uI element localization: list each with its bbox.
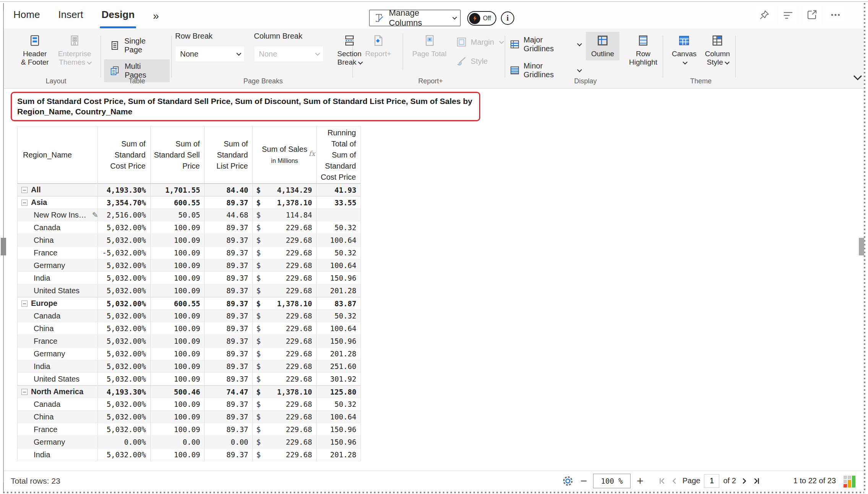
table-row[interactable]: China5,032.00%100.0989.37$229.68100.64 — [18, 411, 361, 423]
cell-sales[interactable]: $229.68 — [253, 272, 317, 284]
resize-handle-left[interactable] — [1, 238, 6, 255]
outline-button[interactable]: Outline — [586, 32, 619, 60]
table-row[interactable]: India5,032.00%100.0989.37$229.68150.96 — [18, 272, 361, 284]
cell-region-name[interactable]: United States — [18, 373, 98, 385]
cell-running-total[interactable]: 150.96 — [317, 436, 361, 448]
cell-running-total[interactable]: 201.28 — [317, 348, 361, 360]
manage-columns-button[interactable]: Manage Columns — [369, 10, 461, 26]
table-row[interactable]: Germany5,032.00%100.0989.37$229.68100.64 — [18, 259, 361, 272]
info-icon[interactable]: i — [501, 11, 514, 25]
table-row[interactable]: North America4,193.30%500.4674.47$1,378.… — [18, 385, 361, 398]
cell-region-name[interactable]: Canada — [18, 221, 98, 234]
enterprise-themes-button[interactable]: Enterprise Themes — [55, 32, 94, 69]
tab-overflow-chevrons[interactable]: » — [153, 10, 158, 22]
cell-sell[interactable]: 100.09 — [151, 448, 205, 461]
cell-running-total[interactable]: 83.87 — [317, 297, 361, 309]
cell-sell[interactable]: 100.09 — [151, 335, 205, 347]
collapse-toggle-icon[interactable] — [21, 389, 28, 395]
table-row[interactable]: Canada5,032.00%100.0989.37$229.6850.32 — [18, 221, 361, 234]
cell-running-total[interactable]: 150.96 — [317, 335, 361, 347]
cell-cost[interactable]: 4,193.30% — [98, 184, 151, 196]
cell-sales[interactable]: $1,378.10 — [253, 197, 317, 208]
canvas-button[interactable]: Canvas — [669, 32, 699, 69]
cell-running-total[interactable]: 150.96 — [317, 272, 361, 284]
settings-gear-icon[interactable] — [561, 474, 574, 487]
cell-cost[interactable]: -5,032.00% — [98, 247, 151, 259]
cell-list[interactable]: 89.37 — [205, 448, 253, 461]
cell-cost[interactable]: 5,032.00% — [98, 398, 151, 410]
cell-list[interactable]: 89.37 — [205, 221, 253, 234]
cell-list[interactable]: 89.37 — [205, 373, 253, 385]
cell-cost[interactable]: 5,032.00% — [98, 234, 151, 246]
cell-sell[interactable]: 600.55 — [151, 197, 205, 208]
cell-cost[interactable]: 5,032.00% — [98, 259, 151, 271]
cell-region-name[interactable]: New Row Ins…✎ — [18, 209, 98, 221]
cell-sales[interactable]: $1,378.10 — [253, 297, 317, 309]
column-header-sales[interactable]: Sum of Salesin Millions fx — [253, 127, 317, 183]
cell-sales[interactable]: $229.68 — [253, 234, 317, 246]
cell-region-name[interactable]: North America — [18, 386, 98, 398]
table-row[interactable]: India5,032.00%100.0989.37$229.68251.60 — [18, 360, 361, 373]
column-style-button[interactable]: Column Style — [702, 32, 733, 69]
cell-list[interactable]: 89.37 — [205, 197, 253, 208]
cell-region-name[interactable]: All — [18, 184, 98, 196]
cell-running-total[interactable]: 50.32 — [317, 398, 361, 410]
cell-sales[interactable]: $229.68 — [253, 411, 317, 423]
cell-running-total[interactable]: 100.64 — [317, 259, 361, 271]
tab-design[interactable]: Design — [101, 9, 135, 23]
cell-region-name[interactable]: France — [18, 247, 98, 259]
cell-sales[interactable]: $229.68 — [253, 247, 317, 259]
more-options-button[interactable] — [826, 6, 845, 24]
cell-sell[interactable]: 100.09 — [151, 272, 205, 284]
cell-sell[interactable]: 50.05 — [151, 209, 205, 221]
cell-sell[interactable]: 0.00 — [151, 436, 205, 448]
cell-running-total[interactable]: 301.92 — [317, 373, 361, 385]
cell-region-name[interactable]: Germany — [18, 436, 98, 448]
cell-sales[interactable]: $229.68 — [253, 423, 317, 435]
page-total-button[interactable]: Page Total — [407, 32, 452, 60]
cell-running-total[interactable]: 41.93 — [317, 184, 361, 196]
cell-sell[interactable]: 100.09 — [151, 423, 205, 435]
automation-toggle[interactable]: Off — [467, 11, 496, 26]
cell-sales[interactable]: $229.68 — [253, 259, 317, 271]
collapse-toggle-icon[interactable] — [21, 187, 28, 193]
cell-list[interactable]: 89.37 — [205, 423, 253, 435]
expand-button[interactable] — [803, 6, 821, 24]
cell-region-name[interactable]: France — [18, 335, 98, 347]
column-header-sell[interactable]: Sum of Standard Sell Price — [151, 127, 205, 183]
cell-running-total[interactable]: 201.28 — [317, 284, 361, 297]
cell-region-name[interactable]: China — [18, 234, 98, 246]
cell-cost[interactable]: 5,032.00% — [98, 373, 151, 385]
cell-sell[interactable]: 100.09 — [151, 348, 205, 360]
column-header-running-total[interactable]: Running Total of Sum of Standard Cost Pr… — [317, 127, 361, 183]
cell-region-name[interactable]: China — [18, 322, 98, 335]
cell-running-total[interactable] — [317, 209, 361, 221]
first-page-button[interactable] — [658, 477, 666, 485]
cell-running-total[interactable]: 150.96 — [317, 423, 361, 435]
cell-sales[interactable]: $229.68 — [253, 448, 317, 461]
cell-cost[interactable]: 5,032.00% — [98, 221, 151, 234]
cell-sell[interactable]: 100.09 — [151, 284, 205, 297]
cell-sell[interactable]: 100.09 — [151, 259, 205, 271]
row-break-select[interactable]: None — [175, 46, 245, 62]
cell-region-name[interactable]: United States — [18, 284, 98, 297]
cell-running-total[interactable]: 251.60 — [317, 360, 361, 372]
single-page-button[interactable]: Single Page — [104, 34, 170, 57]
header-footer-button[interactable]: Header & Footer — [18, 32, 52, 69]
table-row[interactable]: Europe5,032.00%600.5589.37$1,378.1083.87 — [18, 297, 361, 310]
cell-list[interactable]: 84.40 — [205, 184, 253, 196]
cell-sales[interactable]: $229.68 — [253, 221, 317, 234]
cell-sell[interactable]: 100.09 — [151, 411, 205, 423]
cell-list[interactable]: 89.37 — [205, 398, 253, 410]
cell-sales[interactable]: $229.68 — [253, 373, 317, 385]
cell-list[interactable]: 89.37 — [205, 360, 253, 372]
table-row[interactable]: Canada5,032.00%100.0989.37$229.6850.32 — [18, 398, 361, 411]
cell-running-total[interactable]: 50.32 — [317, 310, 361, 322]
cell-region-name[interactable]: India — [18, 448, 98, 461]
cell-list[interactable]: 89.37 — [205, 411, 253, 423]
cell-list[interactable]: 89.37 — [205, 322, 253, 335]
cell-region-name[interactable]: Germany — [18, 259, 98, 271]
cell-cost[interactable]: 5,032.00% — [98, 272, 151, 284]
cell-region-name[interactable]: India — [18, 272, 98, 284]
cell-region-name[interactable]: Europe — [18, 297, 98, 309]
